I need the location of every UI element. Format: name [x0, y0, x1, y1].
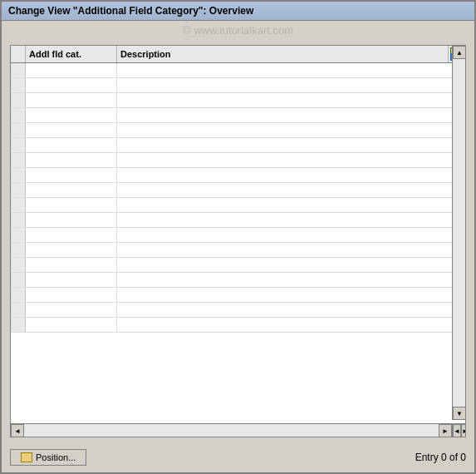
cell-addl[interactable]	[26, 228, 117, 242]
table-row[interactable]	[11, 228, 465, 243]
bottom-bar: Position... Entry 0 of 0	[2, 442, 474, 472]
table-header: Addl fld cat. Description	[11, 46, 465, 63]
table-row[interactable]	[11, 303, 465, 318]
title-bar: Change View "Additional Field Category":…	[2, 2, 474, 21]
watermark: © www.tutorialkart.com	[2, 21, 474, 40]
table-row[interactable]	[11, 138, 465, 153]
scroll-track-vertical	[453, 59, 465, 407]
row-number	[11, 273, 26, 287]
col-header-addl: Addl fld cat.	[26, 46, 117, 62]
cell-desc[interactable]	[117, 303, 465, 317]
col-header-desc: Description	[117, 46, 449, 62]
cell-desc[interactable]	[117, 198, 465, 212]
row-number	[11, 243, 26, 257]
scroll-left-button[interactable]: ◄	[11, 424, 24, 437]
cell-desc[interactable]	[117, 168, 465, 182]
table-body	[11, 63, 465, 423]
table-row[interactable]	[11, 243, 465, 258]
cell-addl[interactable]	[26, 273, 117, 287]
table-row[interactable]	[11, 318, 465, 333]
window-title: Change View "Additional Field Category":…	[8, 5, 253, 17]
row-number	[11, 93, 26, 107]
cell-desc[interactable]	[117, 183, 465, 197]
cell-addl[interactable]	[26, 318, 117, 332]
row-number	[11, 138, 26, 152]
cell-addl[interactable]	[26, 183, 117, 197]
table-row[interactable]	[11, 108, 465, 123]
position-button-icon	[21, 452, 32, 462]
scroll-left-button-right[interactable]: ◄	[453, 424, 461, 437]
row-number	[11, 123, 26, 137]
scroll-down-button[interactable]: ▼	[453, 407, 466, 420]
cell-desc[interactable]	[117, 228, 465, 242]
cell-addl[interactable]	[26, 198, 117, 212]
cell-addl[interactable]	[26, 153, 117, 167]
row-number	[11, 228, 26, 242]
cell-desc[interactable]	[117, 288, 465, 302]
row-number	[11, 108, 26, 122]
row-number	[11, 153, 26, 167]
row-number	[11, 63, 26, 77]
cell-desc[interactable]	[117, 108, 465, 122]
content-area: Addl fld cat. Description ▲ ▼	[2, 40, 474, 442]
row-number	[11, 198, 26, 212]
table-row[interactable]	[11, 273, 465, 288]
cell-desc[interactable]	[117, 93, 465, 107]
horizontal-scrollbar-right: ◄ ►	[452, 424, 465, 437]
cell-addl[interactable]	[26, 303, 117, 317]
cell-addl[interactable]	[26, 108, 117, 122]
horizontal-scrollbar-container: ◄ ► ◄ ►	[11, 423, 465, 437]
cell-addl[interactable]	[26, 138, 117, 152]
cell-desc[interactable]	[117, 138, 465, 152]
cell-desc[interactable]	[117, 213, 465, 227]
cell-desc[interactable]	[117, 123, 465, 137]
table-row[interactable]	[11, 168, 465, 183]
cell-addl[interactable]	[26, 288, 117, 302]
cell-addl[interactable]	[26, 213, 117, 227]
table-row[interactable]	[11, 78, 465, 93]
table-container: Addl fld cat. Description ▲ ▼	[10, 45, 466, 437]
scroll-up-button[interactable]: ▲	[453, 46, 466, 59]
row-number	[11, 303, 26, 317]
position-button-label: Position...	[36, 452, 76, 462]
table-row[interactable]	[11, 288, 465, 303]
row-num-header	[11, 46, 26, 62]
cell-desc[interactable]	[117, 318, 465, 332]
cell-addl[interactable]	[26, 78, 117, 92]
cell-addl[interactable]	[26, 93, 117, 107]
cell-addl[interactable]	[26, 243, 117, 257]
table-row[interactable]	[11, 93, 465, 108]
cell-addl[interactable]	[26, 258, 117, 272]
entry-status: Entry 0 of 0	[415, 452, 466, 463]
cell-addl[interactable]	[26, 168, 117, 182]
row-number	[11, 183, 26, 197]
row-number	[11, 213, 26, 227]
cell-desc[interactable]	[117, 243, 465, 257]
cell-desc[interactable]	[117, 63, 465, 77]
table-row[interactable]	[11, 258, 465, 273]
cell-desc[interactable]	[117, 273, 465, 287]
scroll-right-button-left[interactable]: ►	[439, 424, 452, 437]
table-row[interactable]	[11, 183, 465, 198]
cell-desc[interactable]	[117, 258, 465, 272]
row-number	[11, 318, 26, 332]
row-number	[11, 168, 26, 182]
table-row[interactable]	[11, 198, 465, 213]
vertical-scrollbar: ▲ ▼	[452, 46, 465, 420]
cell-desc[interactable]	[117, 153, 465, 167]
table-row[interactable]	[11, 153, 465, 168]
row-number	[11, 288, 26, 302]
cell-addl[interactable]	[26, 123, 117, 137]
row-number	[11, 78, 26, 92]
table-row[interactable]	[11, 63, 465, 78]
table-row[interactable]	[11, 123, 465, 138]
cell-addl[interactable]	[26, 63, 117, 77]
row-number	[11, 258, 26, 272]
position-button[interactable]: Position...	[10, 449, 86, 466]
scroll-track-horizontal	[24, 424, 439, 437]
table-row[interactable]	[11, 213, 465, 228]
scroll-right-button[interactable]: ►	[461, 424, 466, 437]
bottom-actions: Position... Entry 0 of 0	[10, 449, 466, 466]
main-window: Change View "Additional Field Category":…	[0, 0, 476, 474]
cell-desc[interactable]	[117, 78, 465, 92]
